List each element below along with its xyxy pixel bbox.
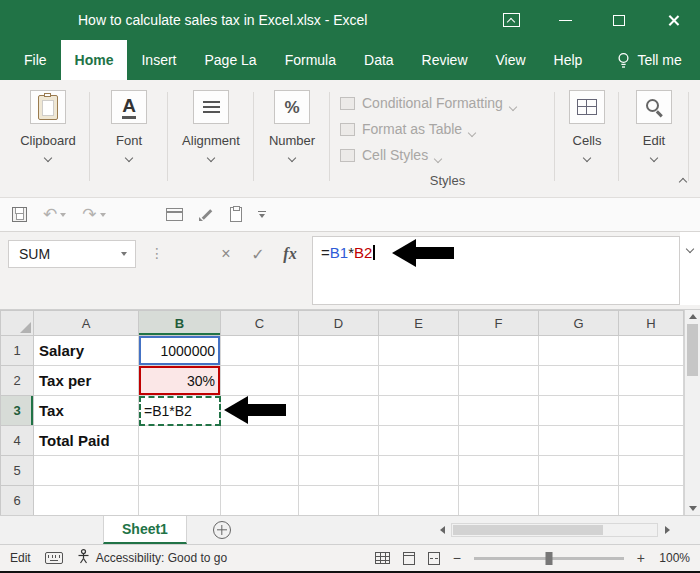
column-header-h[interactable]: H <box>619 311 684 336</box>
cell[interactable] <box>221 426 299 456</box>
row-header-4[interactable]: 4 <box>1 426 34 456</box>
cell[interactable] <box>619 336 684 366</box>
zoom-level[interactable]: 100% <box>658 551 690 565</box>
scrollbar-track[interactable] <box>451 523 658 537</box>
tab-help[interactable]: Help <box>540 40 597 80</box>
drag-handle-icon[interactable]: ⋮ <box>150 245 164 261</box>
cell[interactable] <box>299 366 379 396</box>
cell[interactable] <box>221 366 299 396</box>
collapse-ribbon-button[interactable] <box>674 175 692 189</box>
keyboard-icon[interactable] <box>45 552 63 564</box>
enter-button[interactable]: ✓ <box>244 240 272 268</box>
cell[interactable] <box>459 336 539 366</box>
cell[interactable] <box>139 486 221 516</box>
column-header-f[interactable]: F <box>459 311 539 336</box>
cell-a3[interactable]: Tax <box>34 396 139 426</box>
cell-a1[interactable]: Salary <box>34 336 139 366</box>
cell[interactable] <box>139 426 221 456</box>
row-header-2[interactable]: 2 <box>1 366 34 396</box>
customize-toolbar-button[interactable] <box>258 211 266 218</box>
cell[interactable] <box>379 336 459 366</box>
cancel-button[interactable]: × <box>212 240 240 268</box>
vertical-scrollbar[interactable] <box>684 310 700 515</box>
ribbon-group-font[interactable]: A Font <box>90 86 168 197</box>
tab-view[interactable]: View <box>482 40 540 80</box>
paste-button[interactable] <box>230 207 242 222</box>
cell[interactable] <box>221 336 299 366</box>
cell[interactable] <box>299 396 379 426</box>
column-header-g[interactable]: G <box>539 311 619 336</box>
cell-b1[interactable]: 1000000 <box>139 336 221 366</box>
cell[interactable] <box>459 366 539 396</box>
accessibility-status[interactable]: Accessibility: Good to go <box>77 549 227 567</box>
column-header-b[interactable]: B <box>139 311 221 336</box>
maximize-button[interactable] <box>592 0 646 40</box>
ribbon-group-cells[interactable]: Cells <box>555 86 619 197</box>
cell[interactable] <box>619 426 684 456</box>
cell-a4[interactable]: Total Paid <box>34 426 139 456</box>
cell[interactable] <box>34 456 139 486</box>
tab-insert[interactable]: Insert <box>127 40 190 80</box>
undo-button[interactable]: ↶ <box>43 206 66 223</box>
row-header-6[interactable]: 6 <box>1 486 34 516</box>
cell-b2[interactable]: 30% <box>139 366 221 396</box>
cell-styles-button[interactable]: Cell Styles <box>340 142 441 168</box>
draw-button[interactable] <box>199 207 214 222</box>
column-header-c[interactable]: C <box>221 311 299 336</box>
cell[interactable] <box>379 426 459 456</box>
cell[interactable] <box>539 396 619 426</box>
cell[interactable] <box>619 486 684 516</box>
column-header-e[interactable]: E <box>379 311 459 336</box>
scrollbar-thumb[interactable] <box>687 324 698 376</box>
zoom-in-button[interactable]: + <box>637 550 645 566</box>
formula-input[interactable]: =B1*B2 <box>312 236 680 305</box>
cell[interactable] <box>299 426 379 456</box>
row-header-5[interactable]: 5 <box>1 456 34 486</box>
insert-function-button[interactable]: fx <box>276 240 304 268</box>
column-header-d[interactable]: D <box>299 311 379 336</box>
tab-data[interactable]: Data <box>350 40 408 80</box>
cell[interactable] <box>619 366 684 396</box>
cell[interactable] <box>221 486 299 516</box>
ribbon-display-options-icon[interactable] <box>484 0 538 40</box>
touch-mode-button[interactable] <box>166 208 183 221</box>
cell[interactable] <box>539 336 619 366</box>
cell[interactable] <box>539 366 619 396</box>
name-box[interactable]: SUM <box>8 240 136 268</box>
scrollbar-thumb[interactable] <box>453 525 603 535</box>
cell-b3-active[interactable]: =B1*B2 <box>139 396 221 426</box>
tab-review[interactable]: Review <box>408 40 482 80</box>
minimize-button[interactable] <box>538 0 592 40</box>
cell[interactable] <box>299 456 379 486</box>
cell[interactable] <box>299 486 379 516</box>
cell-a2[interactable]: Tax per <box>34 366 139 396</box>
cell[interactable] <box>34 486 139 516</box>
scroll-down-icon[interactable] <box>689 506 697 511</box>
page-break-view-button[interactable] <box>428 552 440 565</box>
cell[interactable] <box>459 426 539 456</box>
cell[interactable] <box>539 426 619 456</box>
zoom-slider[interactable] <box>474 557 624 560</box>
row-header-1[interactable]: 1 <box>1 336 34 366</box>
cell[interactable] <box>379 366 459 396</box>
page-layout-view-button[interactable] <box>403 552 415 565</box>
ribbon-group-clipboard[interactable]: Clipboard <box>6 86 90 197</box>
scroll-up-icon[interactable] <box>689 314 697 319</box>
share-button[interactable]: Share <box>696 40 700 80</box>
select-all-button[interactable] <box>1 311 34 336</box>
tab-formulas[interactable]: Formula <box>271 40 350 80</box>
cell[interactable] <box>299 336 379 366</box>
tab-page-layout[interactable]: Page La <box>190 40 270 80</box>
zoom-slider-thumb[interactable] <box>545 552 552 565</box>
tell-me-button[interactable]: Tell me <box>602 40 695 80</box>
cell[interactable] <box>459 486 539 516</box>
save-button[interactable] <box>12 207 27 222</box>
zoom-out-button[interactable]: − <box>453 550 461 566</box>
tab-file[interactable]: File <box>10 40 61 80</box>
new-sheet-button[interactable] <box>213 521 231 539</box>
conditional-formatting-button[interactable]: Conditional Formatting <box>340 90 516 116</box>
cell[interactable] <box>379 396 459 426</box>
horizontal-scrollbar[interactable] <box>433 520 676 540</box>
cell[interactable] <box>539 456 619 486</box>
ribbon-group-number[interactable]: % Number <box>254 86 330 197</box>
